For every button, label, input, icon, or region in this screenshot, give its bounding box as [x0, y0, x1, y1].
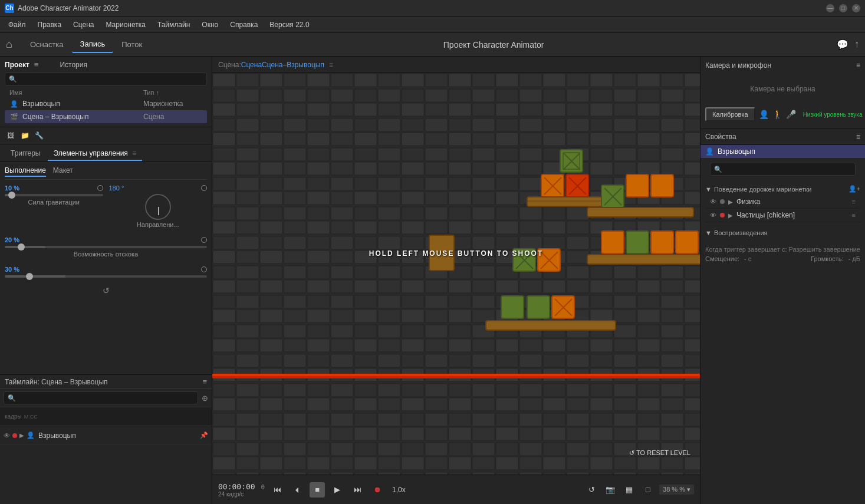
menu-item-окно[interactable]: Окно	[197, 18, 223, 31]
fps-display: 24 кадр/с	[218, 491, 265, 498]
project-search-input[interactable]	[19, 75, 203, 83]
timeline-menu-icon[interactable]: ≡	[202, 377, 207, 386]
timeline-search[interactable]: 🔍	[4, 391, 198, 404]
timeline-search-input[interactable]	[18, 394, 194, 401]
direction-circle[interactable]	[201, 185, 207, 191]
add-behavior-icon[interactable]: 👤+	[848, 185, 860, 193]
bounce-slider-thumb[interactable]	[18, 243, 25, 251]
properties-menu-icon[interactable]: ≡	[856, 133, 860, 141]
maximize-button[interactable]: □	[839, 4, 847, 12]
beh-eye-physics[interactable]: 👁	[710, 198, 716, 205]
nav-right-icons: 💬 ↑	[837, 39, 859, 50]
track-expand-icon[interactable]: ▶	[19, 432, 24, 439]
track-pin-icon[interactable]: 📌	[200, 431, 208, 439]
svg-rect-23	[587, 207, 693, 217]
stream-btn[interactable]: ▦	[621, 482, 637, 498]
beh-menu-physics[interactable]: ≡	[852, 198, 856, 205]
tab-zapis[interactable]: Запись	[72, 36, 114, 53]
project-row-puppet[interactable]: 👤 Взрывоцып Марионетка	[5, 97, 207, 110]
fullscreen-btn[interactable]: □	[640, 482, 656, 498]
puppet-name-row[interactable]: 👤 Взрывоцып	[700, 145, 865, 158]
scene-link-1[interactable]: Сцена	[262, 61, 282, 69]
menu-item-справка[interactable]: Справка	[225, 18, 262, 31]
reset-button[interactable]: ↺	[5, 286, 207, 295]
scene-link-1[interactable]: Сцена	[241, 61, 262, 69]
sub-tab-exec[interactable]: Выполнение	[5, 166, 46, 177]
project-section: Проект ≡ История 🔍 Имя Тип ↑ 👤 Взрывоцып…	[0, 57, 212, 127]
new-folder-btn[interactable]: 📁	[19, 130, 31, 141]
project-menu-icon[interactable]: ≡	[34, 60, 39, 69]
tab-osnastka[interactable]: Оснастка	[22, 37, 72, 52]
calibration-button[interactable]: Калибровка	[705, 107, 755, 121]
project-row-scene[interactable]: 🎬 Сцена – Взрывоцып Сцена	[5, 110, 207, 123]
loop-button[interactable]: ↺	[584, 482, 599, 498]
timeline-add-btn[interactable]: ⊕	[202, 394, 208, 403]
new-item-btn[interactable]: 🖼	[5, 130, 17, 141]
project-tab[interactable]: Проект	[5, 61, 29, 69]
home-button[interactable]: ⌂	[6, 38, 12, 51]
playback-collapse-icon[interactable]: ▼	[705, 229, 712, 236]
prop-search-input[interactable]	[722, 166, 851, 173]
share-icon[interactable]: ↑	[854, 39, 859, 50]
beh-expand-physics[interactable]: ▶	[728, 199, 733, 205]
record-button[interactable]: ⏺	[370, 482, 385, 498]
beh-eye-particles[interactable]: 👁	[710, 212, 716, 219]
menu-item-марионетка[interactable]: Марионетка	[101, 18, 150, 31]
close-button[interactable]: ✕	[852, 4, 860, 12]
settings-btn[interactable]: 🔧	[33, 130, 45, 141]
triggers-tab[interactable]: Триггеры	[5, 147, 47, 161]
properties-title: Свойства	[705, 133, 856, 141]
bounce-slider-track[interactable]	[5, 246, 207, 248]
controls-tab[interactable]: Элементы управления ≡	[48, 147, 143, 161]
gravity-slider-thumb[interactable]	[8, 192, 15, 199]
scene-link-2[interactable]: Взрывоцып	[287, 61, 324, 69]
track-eye-icon[interactable]: 👁	[4, 432, 10, 439]
direction-dial[interactable]	[109, 194, 208, 220]
bounce-circle[interactable]	[201, 237, 207, 243]
ctrl3-circle[interactable]	[201, 266, 207, 272]
camera-section: Камера и микрофон ≡ Камера не выбрана Ка…	[700, 57, 865, 129]
camera-menu-icon[interactable]: ≡	[856, 61, 860, 70]
menu-item-правка[interactable]: Правка	[33, 18, 67, 31]
prev-button[interactable]: ⏴	[290, 482, 305, 498]
behavior-header: ▼ Поведение дорожек марионетки 👤+	[705, 183, 860, 195]
app-icon: Ch	[5, 4, 14, 13]
menu-item-версия-22.0[interactable]: Версия 22.0	[265, 18, 314, 31]
game-canvas[interactable]: HOLD LEFT MOUSE BUTTON TO SHOOT ↺ TO RES…	[212, 73, 700, 475]
ctrl3-slider-thumb[interactable]	[26, 273, 33, 280]
chat-icon[interactable]: 💬	[837, 39, 848, 50]
scene-header-menu[interactable]: ≡	[329, 61, 333, 69]
gravity-circle[interactable]	[97, 185, 103, 191]
history-tab[interactable]: История	[60, 61, 87, 69]
properties-section: Свойства ≡ 👤 Взрывоцып 🔍 ▼ Поведение дор	[700, 129, 865, 504]
sub-tab-row: Выполнение Макет	[5, 166, 207, 180]
play-button[interactable]: ▶	[330, 482, 345, 498]
rewind-button[interactable]: ⏮	[269, 482, 285, 498]
zoom-display[interactable]: 38 % % ▾	[659, 485, 694, 495]
dial-body[interactable]	[145, 194, 171, 220]
next-button[interactable]: ⏭	[350, 482, 365, 498]
controls-section: Выполнение Макет 10 % Сила гравитации	[0, 162, 212, 374]
direction-control: 180 ° Направлени...	[109, 185, 208, 228]
behavior-collapse-icon[interactable]: ▼	[705, 186, 712, 193]
minimize-button[interactable]: —	[826, 4, 834, 12]
beh-dot-physics	[720, 199, 725, 204]
camera-btn[interactable]: 📷	[603, 482, 618, 498]
track-record-dot[interactable]	[12, 433, 17, 438]
sub-tab-layout[interactable]: Макет	[53, 166, 73, 177]
menu-item-файл[interactable]: Файл	[4, 18, 31, 31]
beh-expand-particles[interactable]: ▶	[728, 212, 733, 219]
controls-tab-menu[interactable]: ≡	[132, 149, 136, 157]
menu-item-таймлайн[interactable]: Таймлайн	[153, 18, 195, 31]
project-search[interactable]: 🔍	[5, 73, 207, 85]
shift-value: - с	[744, 255, 751, 262]
beh-menu-particles[interactable]: ≡	[852, 212, 856, 219]
window-controls[interactable]: — □ ✕	[826, 4, 860, 12]
prop-search[interactable]: 🔍	[710, 163, 856, 176]
ctrl3-slider-track[interactable]	[5, 275, 207, 278]
menu-item-сцена[interactable]: Сцена	[68, 18, 98, 31]
gravity-slider-track[interactable]	[5, 194, 103, 196]
tab-potok[interactable]: Поток	[113, 37, 150, 52]
stop-button[interactable]: ■	[310, 482, 325, 498]
volume-label: Громкость:	[811, 255, 844, 262]
